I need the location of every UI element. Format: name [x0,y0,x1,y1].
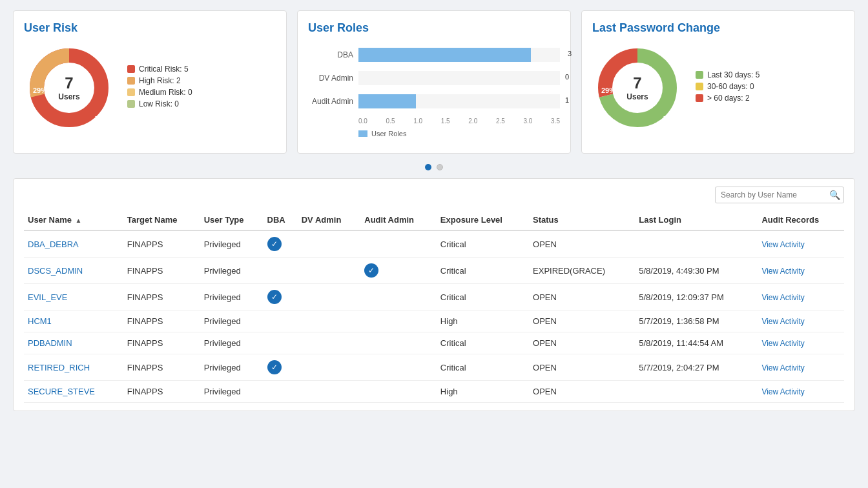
cell-auditadmin [360,381,437,403]
cell-targetname: FINAPPS [123,230,200,258]
bar-val-auditadmin: 1 [565,96,569,104]
pagination-dots [0,159,868,178]
col-username-label: User Name [28,215,72,225]
table-row: EVIL_EVE FINAPPS Privileged ✓ Critical O… [24,284,844,310]
cell-auditadmin [360,332,437,354]
last-password-content: 7 Users 29% 71% Last 30 days: 5 30-60 da… [592,43,844,133]
user-risk-donut: 7 Users 29% 71% [24,43,114,133]
cell-targetname: FINAPPS [123,258,200,284]
user-risk-label: Users [58,92,79,101]
cell-dvadmin [298,230,361,258]
user-risk-count: 7 [58,74,79,92]
user-table-section: 🔍 User Name ▲ Target Name User Type DBA … [13,178,855,411]
legend-label-high: High Risk: 2 [139,76,181,85]
cell-exposurelevel: Critical [437,258,529,284]
user-risk-legend: Critical Risk: 5 High Risk: 2 Medium Ris… [127,65,192,111]
x-label: 2.0 [468,117,477,125]
bar-fill-dba [358,48,531,62]
cell-usertype: Privileged [200,258,264,284]
view-activity-link[interactable]: View Activity [761,339,804,348]
user-link[interactable]: SECURE_STEVE [28,387,95,396]
cell-lastlogin: 5/7/2019, 2:04:27 PM [635,354,758,381]
bar-label-auditadmin: Audit Admin [308,97,353,106]
cell-auditadmin [360,230,437,258]
cell-dvadmin [298,381,361,403]
cell-dvadmin [298,310,361,332]
cell-targetname: FINAPPS [123,284,200,310]
dot-2[interactable] [437,164,443,170]
cell-usertype: Privileged [200,381,264,403]
legend-label-30days: Last 30 days: 5 [707,70,760,79]
user-link[interactable]: DSCS_ADMIN [28,266,83,276]
legend-dot-high [127,77,135,85]
cell-status: OPEN [529,332,635,354]
user-risk-card: User Risk 7 Users 29% 71% Cr [13,10,287,154]
last-password-card: Last Password Change 7 Users 29% 71% [581,10,855,154]
col-username[interactable]: User Name ▲ [24,210,123,230]
view-activity-link[interactable]: View Activity [761,240,804,249]
cell-auditadmin [360,310,437,332]
cell-auditadmin [360,284,437,310]
bar-track-dba [358,48,560,62]
table-row: SECURE_STEVE FINAPPS Privileged High OPE… [24,381,844,403]
search-bar: 🔍 [24,187,844,203]
view-activity-link[interactable]: View Activity [761,363,804,372]
cell-auditadmin [360,354,437,381]
bar-val-dba: 3 [568,50,572,57]
user-link[interactable]: DBA_DEBRA [28,239,79,249]
cell-exposurelevel: Critical [437,284,529,310]
user-risk-pct71: 71% [95,115,109,123]
cell-status: EXPIRED(GRACE) [529,258,635,284]
cell-auditrecords: View Activity [758,310,844,332]
cell-exposurelevel: High [437,310,529,332]
cell-usertype: Privileged [200,354,264,381]
dot-1[interactable] [425,164,431,170]
cell-dba: ✓ [264,354,298,381]
user-risk-content: 7 Users 29% 71% Critical Risk: 5 High Ri… [24,43,276,133]
x-label: 1.0 [413,117,422,125]
cell-lastlogin: 5/8/2019, 12:09:37 PM [635,284,758,310]
cell-username: EVIL_EVE [24,284,123,310]
user-roles-title: User Roles [308,21,560,35]
legend-item: Last 30 days: 5 [696,70,760,79]
view-activity-link[interactable]: View Activity [761,387,804,396]
col-auditadmin: Audit Admin [360,210,437,230]
last-password-donut: 7 Users 29% 71% [592,43,683,133]
view-activity-link[interactable]: View Activity [761,293,804,302]
cell-lastlogin [635,230,758,258]
user-link[interactable]: HCM1 [28,316,52,326]
bar-row-dvadmin: DV Admin 0 [308,71,560,85]
user-roles-card: User Roles DBA 3 DV Admin 0 [297,10,571,154]
search-input-wrap: 🔍 [715,187,844,203]
bar-legend: User Roles [358,130,560,137]
check-icon: ✓ [267,237,282,251]
search-input[interactable] [715,187,844,203]
cell-username: DBA_DEBRA [24,230,123,258]
search-button[interactable]: 🔍 [829,190,840,200]
col-auditrecords: Audit Records [758,210,844,230]
legend-item: Critical Risk: 5 [127,65,192,74]
cell-usertype: Privileged [200,230,264,258]
x-label: 2.5 [496,117,505,125]
legend-item: > 60 days: 2 [696,94,760,103]
bar-label-dba: DBA [308,50,353,59]
user-link[interactable]: PDBADMIN [28,338,72,348]
table-row: DSCS_ADMIN FINAPPS Privileged ✓ Critical… [24,258,844,284]
legend-label-60days: 30-60 days: 0 [707,82,754,91]
cell-auditrecords: View Activity [758,381,844,403]
cell-targetname: FINAPPS [123,332,200,354]
view-activity-link[interactable]: View Activity [761,317,804,326]
view-activity-link[interactable]: View Activity [761,267,804,276]
last-password-legend: Last 30 days: 5 30-60 days: 0 > 60 days:… [696,70,760,105]
user-risk-pct29: 29% [33,86,47,94]
cell-dvadmin [298,258,361,284]
user-link[interactable]: EVIL_EVE [28,292,67,302]
cell-auditrecords: View Activity [758,230,844,258]
user-link[interactable]: RETIRED_RICH [28,363,90,372]
col-targetname: Target Name [123,210,200,230]
cell-username: SECURE_STEVE [24,381,123,403]
bar-track-auditadmin [358,94,560,108]
user-risk-center: 7 Users [58,74,79,101]
cell-username: DSCS_ADMIN [24,258,123,284]
cell-auditrecords: View Activity [758,354,844,381]
